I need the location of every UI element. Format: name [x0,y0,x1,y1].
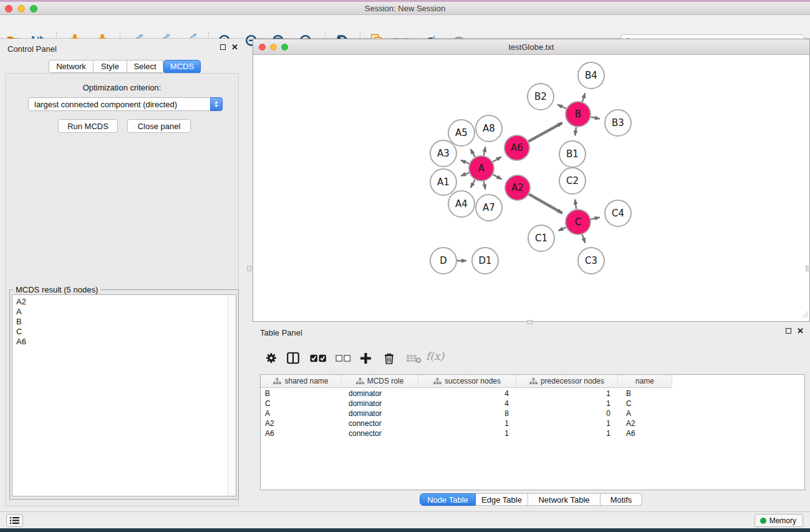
table-cell[interactable]: dominator [342,409,418,418]
table-cell[interactable]: A6 [618,428,672,438]
minimize-window-button[interactable] [17,5,25,12]
table-cell[interactable]: 4 [418,399,516,409]
table-cell[interactable]: 1 [516,399,618,409]
close-panel-icon[interactable]: ✕ [231,44,238,50]
graph-edge-A-A3[interactable] [461,160,470,163]
tab-network-table[interactable]: Network Table [528,493,600,506]
tab-node-table[interactable]: Node Table [420,493,476,506]
table-cell[interactable]: 4 [418,389,516,399]
table-cell[interactable]: B [261,389,342,399]
mcds-result-item[interactable]: A [12,307,227,317]
graph-edge-C-C1[interactable] [558,227,566,230]
graph-edge-A6-B[interactable] [528,123,562,142]
graph-edge-B-B2[interactable] [557,105,566,109]
table-cell[interactable]: 8 [418,409,516,418]
table-header-row[interactable]: shared nameMCDS rolesuccessor nodesprede… [261,375,672,388]
add-row-icon[interactable] [355,347,376,369]
column-header-MCDS-role[interactable]: MCDS role [342,375,418,387]
table-cell[interactable]: connector [342,418,418,428]
network-window-titlebar[interactable]: testGlobe.txt [253,39,809,55]
table-row[interactable]: Adominator80A [261,409,804,418]
table-cell[interactable]: 1 [516,418,618,428]
close-window-button[interactable] [5,5,12,12]
float-table-panel-icon[interactable] [786,328,791,334]
table-cell[interactable]: C [261,399,342,409]
optimization-criterion-select[interactable]: largest connected component (directed) [28,97,223,111]
column-header-predecessor-nodes[interactable]: predecessor nodes [516,375,618,387]
graph-edge-A-A5[interactable] [471,149,475,157]
split-handle[interactable] [527,320,533,324]
table-cell[interactable]: A [618,409,672,418]
mcds-result-item[interactable]: A6 [12,337,227,347]
table-cell[interactable]: 1 [418,418,516,428]
close-panel-button[interactable]: Close panel [127,119,191,133]
net-minimize-button[interactable] [270,44,277,51]
graph-edge-C-C3[interactable] [582,235,586,243]
graph-edge-A-A4[interactable] [471,180,475,188]
mcds-result-item[interactable]: A2 [12,297,227,307]
column-header-name[interactable]: name [618,375,672,387]
table-cell[interactable]: 1 [418,428,516,438]
table-cell[interactable]: A [261,409,342,418]
table-cell[interactable]: connector [342,428,418,438]
tab-style[interactable]: Style [94,60,127,73]
table-body[interactable]: Bdominator41BCdominator41CAdominator80AA… [261,389,804,490]
tab-motifs[interactable]: Motifs [600,493,642,506]
network-canvas[interactable]: AA6A2BCA5A8A3A1A4A7B2B4B3B1C2C4C1C3DD1 [253,55,809,321]
delete-row-icon[interactable] [378,347,400,369]
table-cell[interactable]: 1 [516,428,618,438]
graph-edge-B-B1[interactable] [575,127,576,135]
show-columns-icon[interactable] [282,347,304,369]
tab-network[interactable]: Network [49,60,94,73]
graph-edge-B-B4[interactable] [582,93,586,102]
close-table-panel-icon[interactable]: ✕ [797,328,804,334]
tab-edge-table[interactable]: Edge Table [476,493,528,506]
graph-edge-A-A7[interactable] [484,181,485,190]
graph-edge-A-A1[interactable] [461,173,469,176]
zoom-window-button[interactable] [30,5,37,12]
table-cell[interactable]: A6 [261,428,342,438]
mcds-result-list[interactable]: A2ABCA6 [12,294,236,496]
table-cell[interactable]: C [618,399,672,409]
graph-edge-A2-C[interactable] [529,194,562,213]
tab-mcds[interactable]: MCDS [163,60,201,74]
table-cell[interactable]: 1 [516,389,618,399]
resize-grip-icon[interactable] [801,309,809,321]
deselect-all-rows-icon[interactable] [332,347,354,369]
graph-edge-C-C2[interactable] [575,200,576,209]
window-controls[interactable] [5,2,37,15]
network-graph[interactable]: AA6A2BCA5A8A3A1A4A7B2B4B3B1C2C4C1C3DD1 [253,55,809,321]
graph-edge-A-A8[interactable] [484,147,486,155]
table-row[interactable]: Bdominator41B [261,389,804,399]
list-scrollbar[interactable] [228,295,236,496]
column-header-successor-nodes[interactable]: successor nodes [418,375,516,387]
mcds-result-item[interactable]: C [12,327,227,337]
table-cell[interactable]: 0 [516,409,618,418]
graph-edge-A-A6[interactable] [493,157,501,162]
table-row[interactable]: Cdominator41C [261,399,804,409]
split-handle[interactable] [806,266,810,271]
float-panel-icon[interactable] [220,44,226,50]
table-cell[interactable]: dominator [342,389,418,399]
column-header-shared-name[interactable]: shared name [261,375,342,387]
mcds-result-item[interactable]: B [12,317,227,327]
table-row[interactable]: A2connector11A2 [261,418,804,428]
net-zoom-button[interactable] [281,44,288,51]
graph-edge-A-A2[interactable] [493,175,502,179]
show-panels-button[interactable] [6,514,23,527]
split-handle[interactable] [247,266,251,271]
table-cell[interactable]: A2 [618,418,672,428]
table-cell[interactable]: dominator [342,399,418,409]
graph-edge-B-B3[interactable] [591,117,600,118]
table-options-icon[interactable] [261,347,282,369]
table-cell[interactable]: B [618,389,672,399]
run-mcds-button[interactable]: Run MCDS [58,119,118,133]
table-row[interactable]: A6connector11A6 [261,428,804,438]
tab-select[interactable]: Select [127,60,163,73]
memory-button[interactable]: Memory [755,514,803,527]
table-cell[interactable]: A2 [261,418,342,428]
graph-edge-C-C4[interactable] [591,217,600,219]
node-table[interactable]: shared nameMCDS rolesuccessor nodesprede… [260,374,805,490]
net-close-button[interactable] [259,44,266,51]
select-all-rows-icon[interactable] [307,347,329,369]
